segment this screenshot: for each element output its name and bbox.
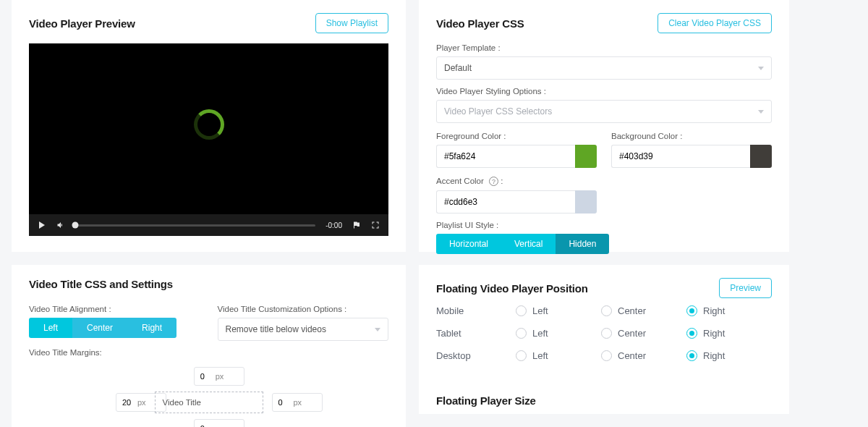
seg-horizontal[interactable]: Horizontal [436, 234, 501, 254]
chevron-down-icon [758, 110, 764, 114]
custom-label: Video Title Customization Options : [218, 305, 389, 313]
playlist-style-segmented: Horizontal Vertical Hidden [436, 234, 609, 254]
titlecss-title: Video Title CSS and Settings [29, 278, 388, 290]
title-custom-select[interactable]: Remove title below videos [218, 318, 389, 341]
play-icon[interactable] [38, 221, 46, 229]
flag-icon[interactable] [352, 221, 361, 229]
tablet-center-radio[interactable]: Center [601, 328, 686, 339]
styling-options-select[interactable]: Video Player CSS Selectors [436, 100, 772, 123]
preview-button[interactable]: Preview [719, 278, 772, 298]
floating-size-card: Floating Player Size [419, 384, 789, 414]
align-right[interactable]: Right [127, 318, 176, 338]
fg-color-input[interactable] [436, 145, 575, 168]
chevron-down-icon [758, 67, 764, 70]
chevron-down-icon [375, 328, 380, 331]
row-desktop-label: Desktop [436, 350, 516, 361]
css-title: Video Player CSS [436, 17, 524, 30]
playlist-style-label: Playlist UI Style : [436, 221, 772, 229]
styling-placeholder: Video Player CSS Selectors [444, 106, 552, 117]
time-remaining: -0:00 [326, 221, 342, 229]
accent-color-input[interactable] [436, 190, 575, 214]
video-player-css-card: Video Player CSS Clear Video Player CSS … [419, 0, 789, 252]
floatpos-title: Floating Video Player Position [436, 282, 588, 295]
video-controls: -0:00 [29, 214, 388, 236]
floatsize-title: Floating Player Size [436, 384, 772, 407]
seg-hidden[interactable]: Hidden [556, 234, 609, 254]
template-value: Default [444, 63, 472, 73]
player-template-select[interactable]: Default [436, 56, 772, 80]
video-title-preview: Video Title [155, 392, 263, 413]
accent-label: Accent Color ? : [436, 177, 597, 186]
loading-spinner-icon [194, 109, 224, 140]
volume-icon[interactable] [56, 221, 65, 229]
title-align-segmented: Left Center Right [29, 318, 176, 338]
tablet-right-radio[interactable]: Right [686, 328, 772, 339]
desktop-center-radio[interactable]: Center [601, 350, 686, 361]
custom-value: Remove title below videos [226, 324, 326, 334]
bg-label: Background Color : [611, 132, 772, 140]
fg-color-swatch[interactable] [575, 145, 597, 168]
desktop-left-radio[interactable]: Left [516, 350, 601, 361]
video-title-css-card: Video Title CSS and Settings Video Title… [12, 265, 406, 427]
bg-color-input[interactable] [611, 145, 750, 168]
preview-title: Video Player Preview [29, 17, 135, 30]
show-playlist-button[interactable]: Show Playlist [315, 13, 388, 33]
seg-vertical[interactable]: Vertical [501, 234, 556, 254]
margins-label: Video Title Margins: [29, 348, 200, 357]
row-tablet-label: Tablet [436, 328, 516, 339]
help-icon[interactable]: ? [489, 177, 498, 186]
clear-css-button[interactable]: Clear Video Player CSS [658, 13, 772, 33]
margin-bottom-input[interactable] [194, 419, 244, 427]
styling-label: Video Player Styling Options : [436, 87, 772, 96]
seek-bar[interactable] [75, 224, 315, 227]
mobile-left-radio[interactable]: Left [516, 305, 601, 316]
mobile-center-radio[interactable]: Center [601, 305, 686, 316]
mobile-right-radio[interactable]: Right [686, 305, 772, 316]
fullscreen-icon[interactable] [371, 221, 380, 229]
align-label: Video Title Alignment : [29, 305, 200, 313]
video-player[interactable]: -0:00 [29, 43, 388, 236]
accent-color-swatch[interactable] [575, 190, 597, 214]
fg-label: Foreground Color : [436, 132, 597, 140]
tablet-left-radio[interactable]: Left [516, 328, 601, 339]
row-mobile-label: Mobile [436, 305, 516, 316]
desktop-right-radio[interactable]: Right [686, 350, 772, 361]
template-label: Player Template : [436, 43, 772, 52]
floating-position-card: Floating Video Player Position Preview M… [419, 265, 789, 384]
align-left[interactable]: Left [29, 318, 72, 338]
bg-color-swatch[interactable] [750, 145, 772, 168]
video-player-preview-card: Video Player Preview Show Playlist -0:00 [12, 0, 406, 252]
margin-box: px px Video Title px px [29, 367, 388, 427]
margin-right-input[interactable] [272, 393, 323, 412]
align-center[interactable]: Center [72, 318, 127, 338]
margin-top-input[interactable] [194, 367, 244, 386]
